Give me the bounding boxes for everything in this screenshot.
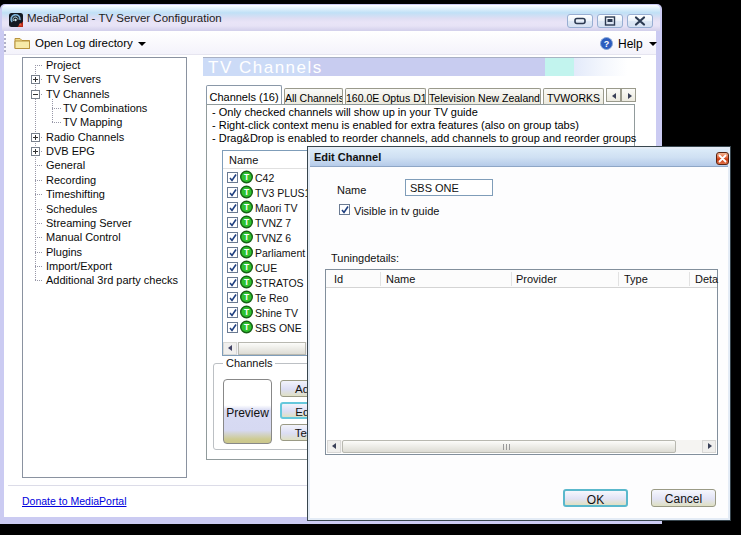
svg-text:T: T bbox=[244, 232, 250, 242]
svg-text:T: T bbox=[244, 247, 250, 257]
svg-text:T: T bbox=[244, 322, 250, 332]
svg-text:T: T bbox=[244, 292, 250, 302]
svg-text:T: T bbox=[244, 307, 250, 317]
svg-text:T: T bbox=[244, 187, 250, 197]
svg-text:T: T bbox=[244, 277, 250, 287]
svg-text:T: T bbox=[244, 262, 250, 272]
svg-text:T: T bbox=[244, 172, 250, 182]
svg-text:T: T bbox=[244, 202, 250, 212]
svg-text:T: T bbox=[244, 217, 250, 227]
svg-text:?: ? bbox=[604, 39, 610, 49]
